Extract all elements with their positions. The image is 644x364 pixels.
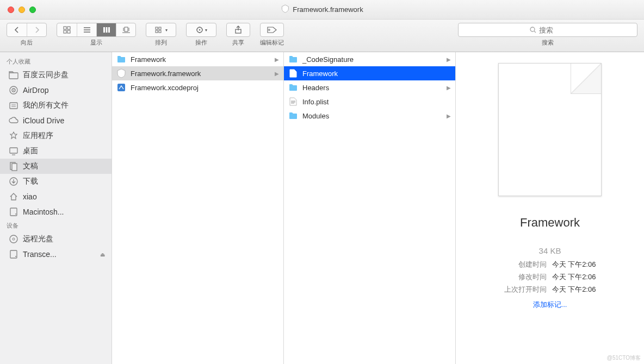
xcode-icon bbox=[116, 83, 126, 92]
tags-button[interactable] bbox=[260, 23, 284, 37]
coverflow-view-button[interactable] bbox=[116, 23, 135, 36]
window-title: Framework.framework bbox=[281, 4, 363, 15]
sidebar-item[interactable]: 我的所有文件 bbox=[0, 98, 112, 113]
file-row[interactable]: Framework▶ bbox=[112, 52, 283, 66]
svg-point-16 bbox=[530, 27, 535, 32]
file-label: Modules bbox=[302, 112, 329, 120]
eject-icon[interactable]: ⏏ bbox=[100, 252, 105, 258]
file-label: Headers bbox=[302, 84, 329, 92]
column-2: _CodeSignature▶FrameworkHeaders▶Info.pli… bbox=[284, 52, 456, 364]
svg-rect-21 bbox=[10, 103, 17, 109]
sidebar-item[interactable]: 百度云同步盘 bbox=[0, 67, 112, 83]
file-row[interactable]: _CodeSignature▶ bbox=[284, 52, 455, 66]
download-icon bbox=[9, 177, 18, 186]
sidebar-section-header: 设备 bbox=[0, 219, 112, 231]
svg-rect-24 bbox=[12, 164, 17, 171]
window-title-text: Framework.framework bbox=[293, 5, 363, 14]
sidebar-item[interactable]: Transce...⏏ bbox=[0, 247, 112, 262]
action-button[interactable]: ▾ bbox=[186, 23, 216, 37]
arrange-label: 排列 bbox=[155, 39, 167, 47]
framework-icon bbox=[281, 4, 289, 15]
svg-rect-32 bbox=[117, 84, 125, 91]
svg-rect-0 bbox=[64, 27, 66, 29]
window-controls bbox=[8, 7, 36, 13]
svg-point-31 bbox=[15, 256, 16, 257]
tags-label: 编辑标记 bbox=[260, 39, 284, 47]
chevron-right-icon: ▶ bbox=[275, 71, 279, 77]
sidebar-item[interactable]: AirDrop bbox=[0, 83, 112, 98]
sidebar-item[interactable]: 下载 bbox=[0, 174, 112, 189]
apps-icon bbox=[9, 131, 18, 141]
svg-rect-2 bbox=[64, 30, 66, 33]
action-group: ▾ 操作 bbox=[186, 23, 216, 47]
list-view-button[interactable] bbox=[77, 23, 96, 36]
file-row[interactable]: Headers▶ bbox=[284, 80, 455, 95]
svg-rect-9 bbox=[159, 27, 161, 29]
chevron-right-icon: ▶ bbox=[275, 57, 279, 62]
sidebar-item[interactable]: 桌面 bbox=[0, 143, 112, 159]
column-browser: Framework▶Framework.framework▶Framework.… bbox=[112, 52, 644, 364]
file-preview-icon bbox=[498, 63, 602, 196]
svg-rect-22 bbox=[10, 148, 17, 153]
file-row[interactable]: Framework.framework▶ bbox=[112, 66, 283, 80]
file-row[interactable]: Modules▶ bbox=[284, 109, 455, 123]
action-label: 操作 bbox=[195, 39, 207, 47]
back-button[interactable] bbox=[7, 23, 27, 36]
file-label: Framework.xcodeproj bbox=[131, 84, 199, 92]
watermark: @51CTO博客 bbox=[607, 354, 641, 362]
sidebar-item-label: iCloud Drive bbox=[23, 116, 64, 125]
column-view-button[interactable] bbox=[96, 23, 116, 36]
sidebar-item-label: 下载 bbox=[23, 177, 38, 186]
sidebar-item[interactable]: iCloud Drive bbox=[0, 113, 112, 128]
chevron-right-icon: ▶ bbox=[447, 113, 451, 119]
sidebar-item[interactable]: 应用程序 bbox=[0, 128, 112, 143]
airdrop-icon bbox=[9, 85, 18, 95]
file-row[interactable]: Info.plist bbox=[284, 95, 455, 109]
toolbar: 向后 显示 ▾ 排列 ▾ 操作 共享 编辑标记 搜索 bbox=[0, 20, 644, 52]
home-icon bbox=[9, 192, 18, 202]
view-label: 显示 bbox=[90, 39, 102, 47]
sidebar-item[interactable]: Macintosh... bbox=[0, 204, 112, 219]
sidebar-item-label: 远程光盘 bbox=[23, 234, 53, 244]
share-group: 共享 bbox=[226, 23, 250, 47]
nav-group: 向后 bbox=[7, 23, 47, 47]
arrange-group: ▾ 排列 bbox=[146, 23, 176, 47]
folder-icon bbox=[9, 70, 18, 80]
framework-icon bbox=[116, 68, 126, 78]
hdd-icon bbox=[9, 249, 18, 259]
svg-point-13 bbox=[199, 29, 200, 31]
arrange-button[interactable]: ▾ bbox=[146, 23, 176, 37]
sidebar-item-label: 我的所有文件 bbox=[23, 101, 69, 110]
svg-rect-11 bbox=[159, 30, 161, 33]
svg-point-27 bbox=[15, 214, 16, 215]
search-input[interactable] bbox=[539, 26, 566, 34]
folder-icon bbox=[288, 83, 298, 92]
maximize-window-button[interactable] bbox=[29, 7, 36, 13]
folder-icon bbox=[116, 54, 126, 64]
svg-rect-3 bbox=[67, 30, 70, 33]
file-row[interactable]: Framework.xcodeproj bbox=[112, 80, 283, 95]
add-tags-link[interactable]: 添加标记... bbox=[533, 300, 567, 310]
file-row[interactable]: Framework bbox=[284, 66, 455, 80]
sidebar-item[interactable]: xiao bbox=[0, 189, 112, 204]
file-label: Info.plist bbox=[302, 98, 329, 106]
svg-rect-1 bbox=[67, 27, 70, 29]
close-window-button[interactable] bbox=[8, 7, 14, 13]
meta-key: 修改时间 bbox=[504, 272, 547, 282]
tags-group: 编辑标记 bbox=[260, 23, 284, 47]
share-button[interactable] bbox=[226, 23, 250, 37]
sidebar-item[interactable]: 文稿 bbox=[0, 159, 112, 174]
preview-filename: Framework bbox=[520, 216, 580, 230]
forward-button[interactable] bbox=[27, 23, 46, 36]
chevron-right-icon: ▶ bbox=[447, 85, 451, 91]
sidebar-item[interactable]: 远程光盘 bbox=[0, 231, 112, 247]
icloud-icon bbox=[9, 116, 18, 125]
search-field-wrap[interactable] bbox=[458, 23, 637, 37]
svg-rect-10 bbox=[156, 30, 158, 33]
nav-label: 向后 bbox=[21, 39, 33, 47]
sidebar-item-label: 百度云同步盘 bbox=[23, 70, 69, 80]
minimize-window-button[interactable] bbox=[18, 7, 25, 13]
icon-view-button[interactable] bbox=[57, 23, 77, 36]
column-1: Framework▶Framework.framework▶Framework.… bbox=[112, 52, 284, 364]
file-label: _CodeSignature bbox=[302, 55, 354, 64]
